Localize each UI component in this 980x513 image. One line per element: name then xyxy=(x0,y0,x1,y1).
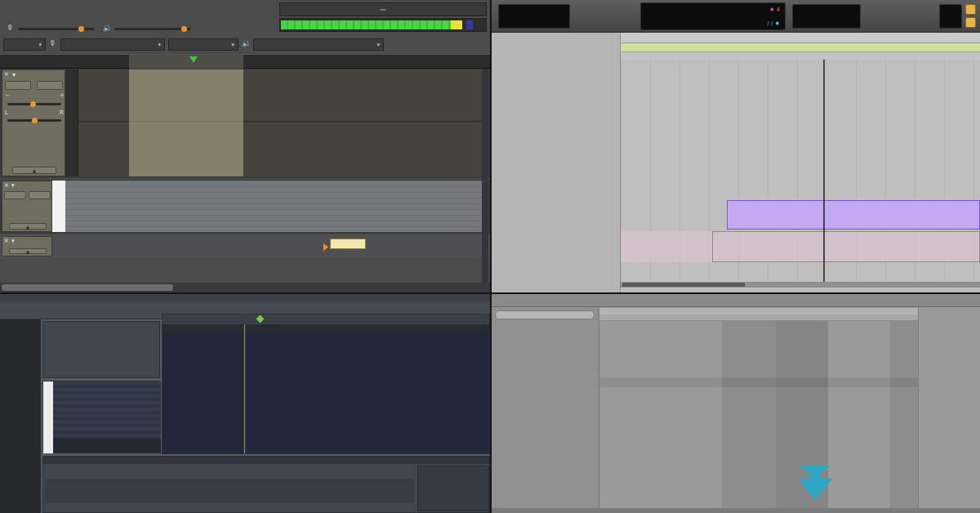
browser-categories xyxy=(495,323,529,508)
beat-time-ruler[interactable] xyxy=(599,314,918,321)
track-close-icon[interactable]: ✕ xyxy=(4,182,9,189)
edit-hscrollbar[interactable] xyxy=(621,282,980,288)
track-header-label[interactable]: ✕ ▾ ▲ xyxy=(2,236,52,256)
playback-meter-clip xyxy=(466,20,473,29)
piano-roll-notes[interactable] xyxy=(53,381,161,437)
gain-slider-thumb[interactable] xyxy=(30,101,36,107)
velocity-pane[interactable] xyxy=(53,439,161,453)
playlist-titlebar[interactable] xyxy=(163,314,489,324)
mic-slider[interactable]: 🎙 xyxy=(7,23,98,34)
speaker-slider-thumb[interactable] xyxy=(181,26,187,32)
gain-minus: − xyxy=(5,92,10,99)
track-title[interactable]: ▾ xyxy=(12,71,16,78)
ableton-transport-bar xyxy=(492,294,980,307)
pan-left: L xyxy=(5,109,8,116)
playback-device-select[interactable]: ▾ xyxy=(253,38,384,51)
collapse-track-button[interactable]: ▲ xyxy=(12,167,56,174)
track-close-icon[interactable]: ✕ xyxy=(4,238,9,244)
pan-slider-thumb[interactable] xyxy=(32,118,38,123)
collapse-track-button[interactable]: ▲ xyxy=(9,223,47,230)
transport-buttons xyxy=(577,4,634,29)
audio-track-music: ✕ ▾ − + L R ▲ xyxy=(0,69,490,178)
piano-roll-keys xyxy=(43,381,53,453)
quickplay-region xyxy=(129,55,243,69)
protools-track-list-panel xyxy=(492,33,621,292)
toolbar-mode-buttons xyxy=(867,4,936,29)
audacity-vscrollbar[interactable] xyxy=(482,69,488,283)
browser-search-input[interactable] xyxy=(495,310,595,319)
grid-nudge-display xyxy=(792,4,861,29)
automation-line[interactable] xyxy=(621,233,980,246)
mixer-titlebar[interactable] xyxy=(43,457,489,464)
midi-track: ✕ ▾ ▲ xyxy=(0,180,490,234)
playlist-toolbar-icons xyxy=(164,316,254,323)
scroll-thumb[interactable] xyxy=(2,284,173,291)
track-lane-red xyxy=(621,161,980,199)
record-device-select[interactable]: ▾ xyxy=(60,38,165,51)
label-track: ✕ ▾ ▲ xyxy=(0,235,490,258)
track-close-icon[interactable]: ✕ xyxy=(4,71,9,78)
ableton-mixer-panel xyxy=(918,307,980,508)
audacity-hscrollbar[interactable] xyxy=(0,283,490,292)
record-channels-select[interactable]: ▾ xyxy=(168,38,238,51)
playhead-marker-icon[interactable] xyxy=(189,56,198,63)
label-flag-icon[interactable] xyxy=(323,243,328,251)
piano-keys xyxy=(52,181,65,232)
track-lane-blue xyxy=(621,109,980,158)
ableton-statusbar xyxy=(492,508,980,513)
arrangement-overview[interactable] xyxy=(599,308,918,314)
tempo-ruler[interactable] xyxy=(621,43,980,52)
channel-rack xyxy=(42,321,160,378)
solo-button[interactable] xyxy=(29,191,51,199)
record-meter[interactable] xyxy=(279,2,487,16)
mute-button[interactable] xyxy=(4,191,26,199)
playlist-ruler[interactable] xyxy=(163,324,489,332)
track-lane-yellowgreen xyxy=(621,264,980,294)
selection-region[interactable] xyxy=(129,69,243,176)
playlist-playhead xyxy=(244,324,245,453)
midi-region[interactable] xyxy=(727,200,980,230)
track-header-midi[interactable]: ✕ ▾ ▲ xyxy=(2,181,52,232)
timeline-ruler[interactable] xyxy=(0,54,490,69)
mixer-meters xyxy=(45,479,414,503)
marker-ruler[interactable] xyxy=(621,52,980,60)
grid-shade-3 xyxy=(890,321,918,508)
audacity-window: 🎙 🔉 ▾ 🎙 ▾ ▾ 🔉 ▾ ✕ ▾ − xyxy=(0,0,492,294)
mic-icon: 🎙 xyxy=(7,24,14,32)
flstudio-browser xyxy=(0,319,41,513)
speaker-slider[interactable]: 🔉 xyxy=(103,23,194,34)
mute-button[interactable] xyxy=(5,81,31,90)
playhead-line xyxy=(823,60,825,288)
playback-meter[interactable] xyxy=(279,18,487,32)
grid-shade-2 xyxy=(776,321,828,508)
mic-slider-thumb[interactable] xyxy=(78,26,84,32)
playback-device-icon: 🔉 xyxy=(242,39,251,47)
track-lane-purple-midi xyxy=(621,200,980,230)
counter-display-small xyxy=(498,4,570,29)
track-title[interactable]: ▾ xyxy=(11,238,15,244)
output-button-1[interactable] xyxy=(965,4,976,15)
midi-note-area[interactable] xyxy=(65,181,488,232)
gain-plus: + xyxy=(60,92,65,99)
track-header-music[interactable]: ✕ ▾ − + L R ▲ xyxy=(2,69,65,176)
scroll-thumb[interactable] xyxy=(622,283,745,287)
flstudio-window xyxy=(0,294,492,513)
audio-host-select[interactable]: ▾ xyxy=(3,38,46,51)
bars-ruler[interactable] xyxy=(621,33,980,43)
pan-right: R xyxy=(60,109,64,116)
grid-shade-1 xyxy=(722,321,776,508)
ableton-window xyxy=(492,294,980,513)
track-title[interactable]: ▾ xyxy=(11,182,15,189)
audacity-tools-toolbar xyxy=(211,2,276,34)
track-lane-pink-audio xyxy=(621,231,980,262)
collapse-track-button[interactable]: ▲ xyxy=(9,248,47,254)
playback-meter-peak xyxy=(451,20,462,29)
audacity-device-toolbar: ▾ 🎙 ▾ ▾ 🔉 ▾ xyxy=(3,38,487,52)
meter-monitor-label[interactable] xyxy=(380,9,386,11)
piano-roll xyxy=(42,381,160,453)
solo-button[interactable] xyxy=(37,81,63,90)
label-text[interactable] xyxy=(330,239,366,249)
status-display xyxy=(939,4,962,29)
playback-meter-bar xyxy=(281,20,451,29)
output-button-2[interactable] xyxy=(965,17,976,28)
